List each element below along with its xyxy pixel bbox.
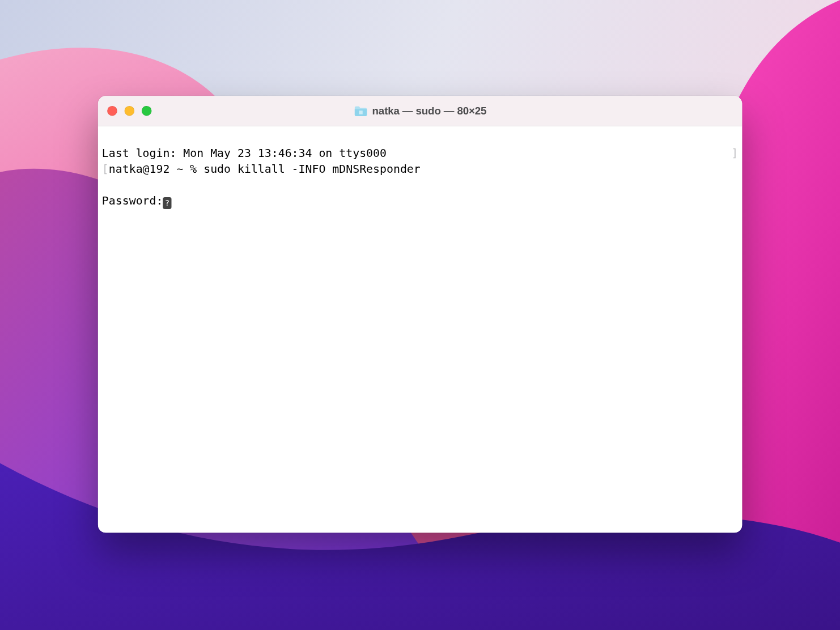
minimize-button[interactable]	[125, 106, 135, 116]
window-title-group: natka — sudo — 80×25	[98, 105, 742, 117]
shell-prompt: natka@192 ~ %	[109, 162, 203, 175]
prompt-open-bracket: [	[102, 162, 109, 175]
folder-icon	[354, 105, 368, 117]
zoom-button[interactable]	[142, 106, 152, 116]
terminal-output[interactable]: Last login: Mon May 23 13:46:34 on ttys0…	[98, 126, 742, 533]
key-icon	[163, 197, 171, 209]
terminal-window[interactable]: natka — sudo — 80×25 Last login: Mon May…	[98, 96, 742, 533]
close-button[interactable]	[107, 106, 117, 116]
password-prompt: Password:	[102, 194, 163, 207]
prompt-close-bracket: ]	[731, 145, 738, 161]
window-titlebar[interactable]: natka — sudo — 80×25	[98, 96, 742, 126]
command-text: sudo killall -INFO mDNSResponder	[203, 162, 421, 175]
window-title: natka — sudo — 80×25	[372, 105, 487, 117]
traffic-lights	[98, 106, 152, 116]
last-login-line: Last login: Mon May 23 13:46:34 on ttys0…	[102, 145, 738, 161]
